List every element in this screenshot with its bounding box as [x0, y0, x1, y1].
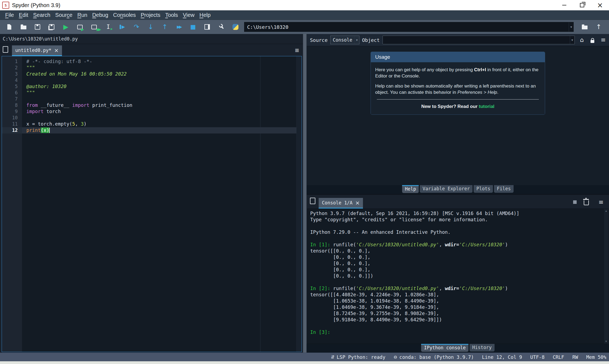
working-directory-combobox[interactable]: ▼ — [244, 22, 574, 32]
debug-file-button[interactable]: ▶ — [115, 21, 129, 33]
preferences-wrench-button[interactable] — [214, 21, 228, 33]
line-number: 4 — [2, 77, 22, 83]
save-all-button[interactable] — [45, 21, 59, 33]
run-cell-button[interactable] — [73, 21, 87, 33]
run-selection-button[interactable]: I — [101, 21, 115, 33]
save-file-button[interactable] — [30, 21, 45, 33]
run-cell-icon — [77, 25, 83, 29]
save-all-icon — [49, 24, 54, 30]
menu-projects[interactable]: Projects — [138, 12, 163, 18]
python-path-button[interactable] — [228, 21, 243, 33]
code-line: """ — [22, 65, 296, 71]
python-path-icon — [232, 24, 238, 30]
console-tab[interactable]: Console 1/A × — [319, 198, 363, 209]
status-bar: ⇵LSP Python: ready⊖conda: base (Python 3… — [0, 353, 609, 361]
status-crlf: CRLF — [553, 354, 564, 360]
minimize-button[interactable] — [555, 0, 573, 10]
step-return-button[interactable]: ↑ — [158, 21, 172, 33]
maximize-pane-button[interactable] — [200, 21, 214, 33]
editor-tab[interactable]: untitled0.py* × — [12, 45, 62, 56]
tab-files[interactable]: Files — [494, 185, 513, 193]
menu-consoles[interactable]: Consoles — [111, 12, 138, 18]
interrupt-kernel-icon[interactable] — [573, 200, 577, 204]
run-file-button[interactable]: ▶ — [59, 21, 73, 33]
editor-options-menu-icon[interactable]: ≡ — [295, 47, 299, 54]
editor-tab-close-icon[interactable]: × — [54, 47, 59, 54]
working-directory-dropdown-icon[interactable]: ▼ — [569, 22, 573, 32]
editor-scrollbar[interactable] — [296, 56, 302, 352]
vertical-splitter[interactable] — [303, 34, 307, 353]
console-browse-tabs-button[interactable] — [310, 198, 315, 204]
save-file-icon — [35, 24, 40, 30]
help-options-menu-icon[interactable]: ≡ — [601, 37, 606, 43]
object-dropdown-icon[interactable]: ▼ — [570, 36, 574, 44]
code-editor[interactable]: 123456789101112 # -*- coding: utf-8 -*-"… — [2, 56, 302, 352]
tab-plots[interactable]: Plots — [474, 185, 493, 193]
ipython-console[interactable]: Python 3.9.7 (default, Sep 16 2021, 16:5… — [307, 209, 608, 344]
parent-directory-button[interactable]: ↑ — [592, 21, 606, 33]
code-line: x = torch.empty(5, 3) — [22, 121, 296, 127]
continue-button[interactable]: ▶▶ — [172, 21, 186, 33]
run-cell-advance-button[interactable] — [87, 21, 101, 33]
console-line: [1.0653e-38, 1.0194e-38, 8.4490e-39], — [310, 298, 602, 304]
browse-working-directory-button[interactable] — [577, 21, 592, 33]
line-number-gutter: 123456789101112 — [2, 56, 22, 352]
menu-edit[interactable]: Edit — [16, 12, 30, 18]
tutorial-link[interactable]: tutorial — [479, 104, 495, 109]
tab-ipython-console[interactable]: IPython console — [421, 344, 468, 352]
close-button[interactable]: × — [591, 0, 609, 10]
console-line: [1.0469e-38, 9.3674e-39, 9.9184e-39], — [310, 304, 602, 310]
console-scrollbar[interactable]: ▲ ▼ — [604, 209, 608, 344]
usage-box: Usage Here you can get help of any objec… — [371, 52, 545, 115]
remove-variables-trash-icon[interactable] — [584, 200, 589, 205]
object-combobox[interactable]: ▼ — [383, 36, 575, 44]
line-number: 1 — [2, 58, 22, 65]
code-area[interactable]: # -*- coding: utf-8 -*-"""Created on Mon… — [22, 56, 296, 352]
console-line: In [3]: — [310, 329, 602, 335]
browse-tabs-icon — [3, 46, 8, 53]
scroll-up-icon[interactable]: ▲ — [605, 210, 608, 212]
code-line: import torch — [22, 108, 296, 115]
line-number: 9 — [2, 108, 22, 115]
menu-debug[interactable]: Debug — [90, 12, 111, 18]
run-selection-icon: I — [107, 24, 110, 30]
lock-icon[interactable] — [591, 40, 594, 43]
menu-tools[interactable]: Tools — [163, 12, 181, 18]
debug-file-icon: ▶ — [120, 25, 125, 29]
browse-working-directory-icon — [582, 26, 588, 29]
line-number: 7 — [2, 96, 22, 102]
desktop-edge-strip — [0, 361, 609, 364]
text-cursor — [49, 128, 50, 133]
source-select[interactable]: Console ▼ — [330, 36, 359, 44]
home-icon[interactable]: ⌂ — [580, 37, 584, 43]
maximize-pane-icon — [204, 24, 210, 30]
new-file-button[interactable] — [2, 21, 16, 33]
run-current-line-button[interactable]: ↷ — [129, 21, 144, 33]
console-tab-close-icon[interactable]: × — [355, 200, 360, 206]
scroll-down-icon[interactable]: ▼ — [605, 340, 608, 343]
menu-help[interactable]: Help — [197, 12, 213, 18]
console-pane-tabs: IPython consoleHistory — [307, 344, 609, 353]
menu-file[interactable]: File — [3, 12, 16, 18]
line-number: 11 — [2, 121, 22, 127]
console-pane: Console 1/A × ≡ Python 3.9.7 (default, S… — [307, 195, 609, 353]
title-bar: S Spyder (Python 3.9) × — [0, 0, 609, 10]
tab-variable-explorer[interactable]: Variable Explorer — [420, 185, 473, 193]
tab-help[interactable]: Help — [402, 185, 419, 193]
menu-view[interactable]: View — [180, 12, 197, 18]
menu-source[interactable]: Source — [53, 12, 75, 18]
open-file-button[interactable] — [16, 21, 30, 33]
line-number: 8 — [2, 102, 22, 108]
stop-debug-button[interactable]: ■ — [186, 21, 200, 33]
help-pane-tabs: HelpVariable ExplorerPlotsFiles — [307, 185, 609, 194]
menu-search[interactable]: Search — [31, 12, 53, 18]
console-options-menu-icon[interactable]: ≡ — [599, 199, 604, 205]
step-into-button[interactable]: ↓ — [144, 21, 158, 33]
object-input[interactable] — [383, 37, 570, 43]
browse-tabs-button[interactable] — [3, 46, 8, 53]
menu-run[interactable]: Run — [75, 12, 90, 18]
main-toolbar: ▶I▶↷↓↑▶▶■ ▼ ↑ — [0, 20, 609, 34]
working-directory-input[interactable] — [244, 24, 569, 30]
restore-button[interactable] — [573, 0, 591, 10]
tab-history[interactable]: History — [470, 344, 495, 351]
